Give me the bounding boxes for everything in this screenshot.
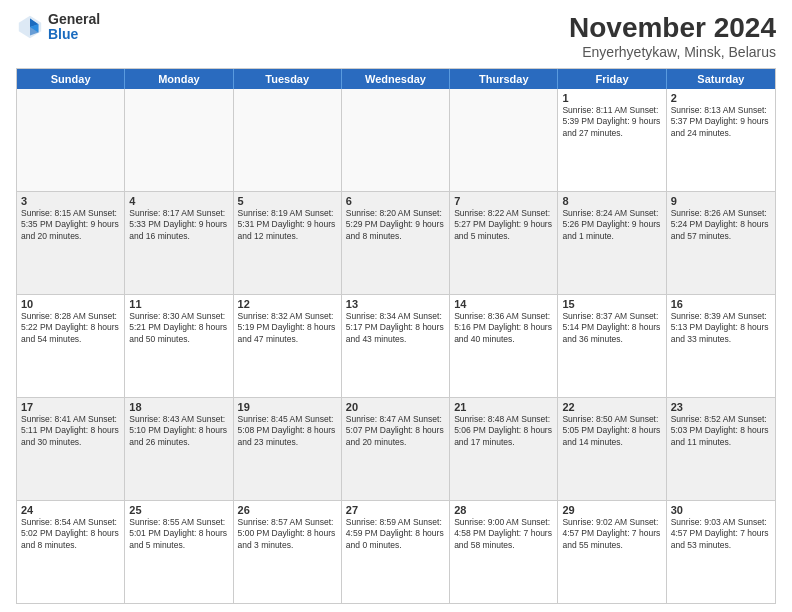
day-info: Sunrise: 8:34 AM Sunset: 5:17 PM Dayligh…	[346, 311, 445, 345]
title-block: November 2024 Enyerhyetykaw, Minsk, Bela…	[569, 12, 776, 60]
day-cell-16: 16Sunrise: 8:39 AM Sunset: 5:13 PM Dayli…	[667, 295, 775, 397]
day-info: Sunrise: 8:15 AM Sunset: 5:35 PM Dayligh…	[21, 208, 120, 242]
day-info: Sunrise: 8:48 AM Sunset: 5:06 PM Dayligh…	[454, 414, 553, 448]
day-cell-27: 27Sunrise: 8:59 AM Sunset: 4:59 PM Dayli…	[342, 501, 450, 603]
day-cell-13: 13Sunrise: 8:34 AM Sunset: 5:17 PM Dayli…	[342, 295, 450, 397]
day-cell-9: 9Sunrise: 8:26 AM Sunset: 5:24 PM Daylig…	[667, 192, 775, 294]
day-number: 16	[671, 298, 771, 310]
day-number: 19	[238, 401, 337, 413]
day-cell-8: 8Sunrise: 8:24 AM Sunset: 5:26 PM Daylig…	[558, 192, 666, 294]
day-cell-3: 3Sunrise: 8:15 AM Sunset: 5:35 PM Daylig…	[17, 192, 125, 294]
calendar-row-2: 3Sunrise: 8:15 AM Sunset: 5:35 PM Daylig…	[17, 192, 775, 295]
day-info: Sunrise: 8:55 AM Sunset: 5:01 PM Dayligh…	[129, 517, 228, 551]
location-subtitle: Enyerhyetykaw, Minsk, Belarus	[569, 44, 776, 60]
header-friday: Friday	[558, 69, 666, 89]
day-info: Sunrise: 8:39 AM Sunset: 5:13 PM Dayligh…	[671, 311, 771, 345]
day-number: 6	[346, 195, 445, 207]
day-number: 10	[21, 298, 120, 310]
day-info: Sunrise: 8:13 AM Sunset: 5:37 PM Dayligh…	[671, 105, 771, 139]
calendar-row-4: 17Sunrise: 8:41 AM Sunset: 5:11 PM Dayli…	[17, 398, 775, 501]
day-number: 4	[129, 195, 228, 207]
day-number: 13	[346, 298, 445, 310]
empty-cell	[450, 89, 558, 191]
day-number: 21	[454, 401, 553, 413]
day-info: Sunrise: 8:59 AM Sunset: 4:59 PM Dayligh…	[346, 517, 445, 551]
calendar-body: 1Sunrise: 8:11 AM Sunset: 5:39 PM Daylig…	[17, 89, 775, 603]
day-number: 28	[454, 504, 553, 516]
day-cell-29: 29Sunrise: 9:02 AM Sunset: 4:57 PM Dayli…	[558, 501, 666, 603]
day-info: Sunrise: 8:43 AM Sunset: 5:10 PM Dayligh…	[129, 414, 228, 448]
day-number: 2	[671, 92, 771, 104]
day-cell-24: 24Sunrise: 8:54 AM Sunset: 5:02 PM Dayli…	[17, 501, 125, 603]
day-number: 5	[238, 195, 337, 207]
day-number: 12	[238, 298, 337, 310]
day-number: 9	[671, 195, 771, 207]
day-info: Sunrise: 9:03 AM Sunset: 4:57 PM Dayligh…	[671, 517, 771, 551]
day-info: Sunrise: 8:52 AM Sunset: 5:03 PM Dayligh…	[671, 414, 771, 448]
day-cell-22: 22Sunrise: 8:50 AM Sunset: 5:05 PM Dayli…	[558, 398, 666, 500]
day-cell-18: 18Sunrise: 8:43 AM Sunset: 5:10 PM Dayli…	[125, 398, 233, 500]
day-number: 7	[454, 195, 553, 207]
page: General Blue November 2024 Enyerhyetykaw…	[0, 0, 792, 612]
day-number: 11	[129, 298, 228, 310]
calendar-row-5: 24Sunrise: 8:54 AM Sunset: 5:02 PM Dayli…	[17, 501, 775, 603]
day-info: Sunrise: 9:00 AM Sunset: 4:58 PM Dayligh…	[454, 517, 553, 551]
logo-icon	[16, 13, 44, 41]
day-number: 8	[562, 195, 661, 207]
day-number: 24	[21, 504, 120, 516]
day-cell-1: 1Sunrise: 8:11 AM Sunset: 5:39 PM Daylig…	[558, 89, 666, 191]
day-info: Sunrise: 8:11 AM Sunset: 5:39 PM Dayligh…	[562, 105, 661, 139]
logo-text: General Blue	[48, 12, 100, 43]
day-cell-5: 5Sunrise: 8:19 AM Sunset: 5:31 PM Daylig…	[234, 192, 342, 294]
day-cell-6: 6Sunrise: 8:20 AM Sunset: 5:29 PM Daylig…	[342, 192, 450, 294]
calendar-row-1: 1Sunrise: 8:11 AM Sunset: 5:39 PM Daylig…	[17, 89, 775, 192]
day-info: Sunrise: 8:26 AM Sunset: 5:24 PM Dayligh…	[671, 208, 771, 242]
day-cell-25: 25Sunrise: 8:55 AM Sunset: 5:01 PM Dayli…	[125, 501, 233, 603]
day-info: Sunrise: 8:37 AM Sunset: 5:14 PM Dayligh…	[562, 311, 661, 345]
day-number: 26	[238, 504, 337, 516]
logo: General Blue	[16, 12, 100, 43]
empty-cell	[342, 89, 450, 191]
day-info: Sunrise: 8:22 AM Sunset: 5:27 PM Dayligh…	[454, 208, 553, 242]
day-cell-7: 7Sunrise: 8:22 AM Sunset: 5:27 PM Daylig…	[450, 192, 558, 294]
header-sunday: Sunday	[17, 69, 125, 89]
header-saturday: Saturday	[667, 69, 775, 89]
day-number: 20	[346, 401, 445, 413]
day-number: 3	[21, 195, 120, 207]
header-monday: Monday	[125, 69, 233, 89]
day-info: Sunrise: 8:19 AM Sunset: 5:31 PM Dayligh…	[238, 208, 337, 242]
day-number: 29	[562, 504, 661, 516]
header-wednesday: Wednesday	[342, 69, 450, 89]
header: General Blue November 2024 Enyerhyetykaw…	[16, 12, 776, 60]
logo-blue-text: Blue	[48, 27, 100, 42]
day-number: 22	[562, 401, 661, 413]
day-number: 14	[454, 298, 553, 310]
day-cell-14: 14Sunrise: 8:36 AM Sunset: 5:16 PM Dayli…	[450, 295, 558, 397]
day-cell-2: 2Sunrise: 8:13 AM Sunset: 5:37 PM Daylig…	[667, 89, 775, 191]
day-info: Sunrise: 8:41 AM Sunset: 5:11 PM Dayligh…	[21, 414, 120, 448]
empty-cell	[234, 89, 342, 191]
calendar-header: Sunday Monday Tuesday Wednesday Thursday…	[17, 69, 775, 89]
day-number: 27	[346, 504, 445, 516]
day-info: Sunrise: 8:24 AM Sunset: 5:26 PM Dayligh…	[562, 208, 661, 242]
day-cell-11: 11Sunrise: 8:30 AM Sunset: 5:21 PM Dayli…	[125, 295, 233, 397]
logo-general-text: General	[48, 12, 100, 27]
day-info: Sunrise: 8:17 AM Sunset: 5:33 PM Dayligh…	[129, 208, 228, 242]
day-cell-17: 17Sunrise: 8:41 AM Sunset: 5:11 PM Dayli…	[17, 398, 125, 500]
day-info: Sunrise: 8:30 AM Sunset: 5:21 PM Dayligh…	[129, 311, 228, 345]
day-number: 17	[21, 401, 120, 413]
day-number: 25	[129, 504, 228, 516]
day-info: Sunrise: 8:28 AM Sunset: 5:22 PM Dayligh…	[21, 311, 120, 345]
day-info: Sunrise: 8:20 AM Sunset: 5:29 PM Dayligh…	[346, 208, 445, 242]
day-cell-20: 20Sunrise: 8:47 AM Sunset: 5:07 PM Dayli…	[342, 398, 450, 500]
header-thursday: Thursday	[450, 69, 558, 89]
day-info: Sunrise: 8:50 AM Sunset: 5:05 PM Dayligh…	[562, 414, 661, 448]
day-cell-15: 15Sunrise: 8:37 AM Sunset: 5:14 PM Dayli…	[558, 295, 666, 397]
day-number: 1	[562, 92, 661, 104]
day-cell-28: 28Sunrise: 9:00 AM Sunset: 4:58 PM Dayli…	[450, 501, 558, 603]
empty-cell	[125, 89, 233, 191]
day-number: 15	[562, 298, 661, 310]
empty-cell	[17, 89, 125, 191]
day-cell-4: 4Sunrise: 8:17 AM Sunset: 5:33 PM Daylig…	[125, 192, 233, 294]
day-cell-21: 21Sunrise: 8:48 AM Sunset: 5:06 PM Dayli…	[450, 398, 558, 500]
